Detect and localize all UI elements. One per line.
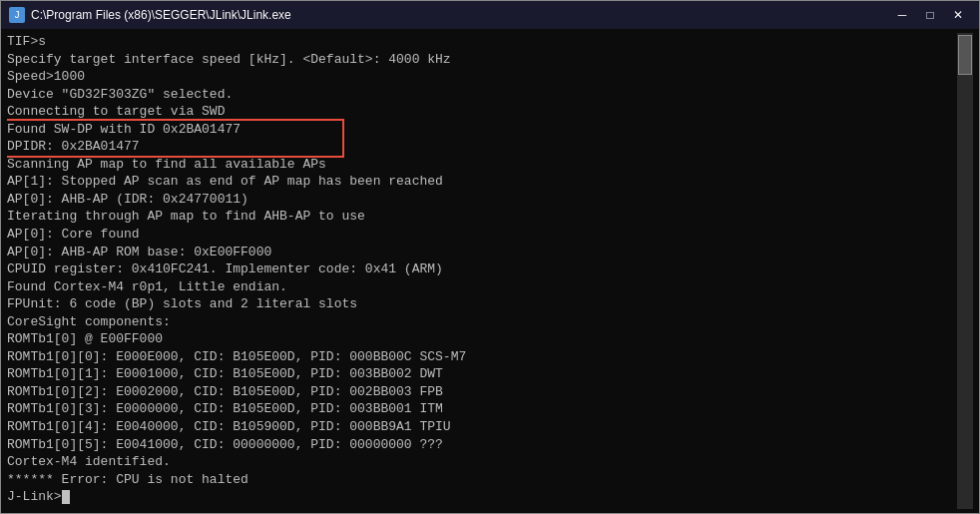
- terminal-line: Found Cortex-M4 r0p1, Little endian.: [7, 278, 957, 296]
- terminal-cursor: [62, 490, 70, 504]
- terminal-line: J-Link>: [7, 488, 957, 506]
- terminal-line: ROMTb1[0][0]: E000E000, CID: B105E00D, P…: [7, 348, 957, 366]
- title-bar-left: J C:\Program Files (x86)\SEGGER\JLink\JL…: [9, 7, 291, 23]
- scrollbar[interactable]: [957, 33, 973, 509]
- terminal-line: AP[0]: AHB-AP ROM base: 0xE00FF000: [7, 244, 957, 261]
- terminal-line: Speed>1000: [7, 68, 957, 86]
- terminal-line: Device "GD32F303ZG" selected.: [7, 86, 957, 104]
- terminal-line: ****** Error: CPU is not halted: [7, 471, 957, 489]
- maximize-button[interactable]: □: [917, 5, 943, 25]
- window-title: C:\Program Files (x86)\SEGGER\JLink\JLin…: [31, 8, 291, 22]
- terminal-line: ROMTb1[0][2]: E0002000, CID: B105E00D, P…: [7, 383, 957, 401]
- terminal-line: AP[1]: Stopped AP scan as end of AP map …: [7, 173, 957, 191]
- terminal-line: AP[0]: Core found: [7, 226, 957, 244]
- main-window: J C:\Program Files (x86)\SEGGER\JLink\JL…: [0, 0, 980, 514]
- terminal-line: ROMTb1[0][1]: E0001000, CID: B105E00D, P…: [7, 365, 957, 383]
- terminal-line: ROMTb1[0][5]: E0041000, CID: 00000000, P…: [7, 436, 957, 454]
- terminal-line: Specify target interface speed [kHz]. <D…: [7, 51, 957, 69]
- minimize-button[interactable]: ─: [889, 5, 915, 25]
- terminal-content: TIF>sSpecify target interface speed [kHz…: [7, 33, 957, 509]
- terminal-line: Cortex-M4 identified.: [7, 453, 957, 471]
- terminal-line: ROMTb1[0] @ E00FF000: [7, 330, 957, 348]
- scrollbar-thumb[interactable]: [958, 35, 972, 75]
- terminal-line: Found SW-DP with ID 0x2BA01477: [7, 121, 957, 139]
- terminal-line: Scanning AP map to find all available AP…: [7, 156, 957, 174]
- app-icon: J: [9, 7, 25, 23]
- terminal-line: FPUnit: 6 code (BP) slots and 2 literal …: [7, 295, 957, 313]
- terminal-line: Connecting to target via SWD: [7, 103, 957, 121]
- terminal-line: DPIDR: 0x2BA01477: [7, 138, 957, 156]
- close-button[interactable]: ✕: [945, 5, 971, 25]
- title-bar: J C:\Program Files (x86)\SEGGER\JLink\JL…: [1, 1, 979, 29]
- terminal-line: ROMTb1[0][3]: E0000000, CID: B105E00D, P…: [7, 400, 957, 418]
- terminal-line: Iterating through AP map to find AHB-AP …: [7, 208, 957, 226]
- terminal-body: TIF>sSpecify target interface speed [kHz…: [1, 29, 979, 513]
- terminal-line: CPUID register: 0x410FC241. Implementer …: [7, 260, 957, 278]
- terminal-line: CoreSight components:: [7, 313, 957, 331]
- terminal-output: TIF>sSpecify target interface speed [kHz…: [7, 33, 957, 506]
- terminal-line: TIF>s: [7, 33, 957, 51]
- terminal-line: ROMTb1[0][4]: E0040000, CID: B105900D, P…: [7, 418, 957, 436]
- window-controls: ─ □ ✕: [889, 5, 971, 25]
- terminal-line: AP[0]: AHB-AP (IDR: 0x24770011): [7, 191, 957, 209]
